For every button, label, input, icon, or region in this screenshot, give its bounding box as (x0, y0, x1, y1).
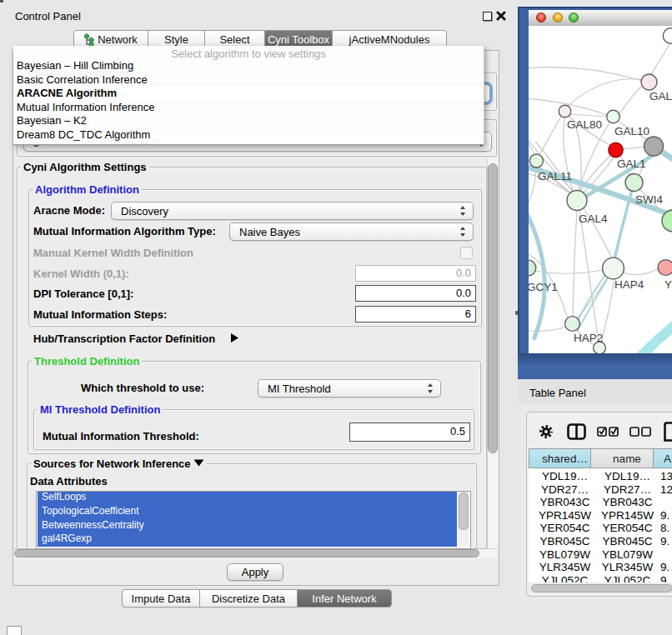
svg-text:GAL10: GAL10 (614, 125, 649, 138)
svg-text:GAL80: GAL80 (567, 118, 602, 131)
svg-text:GAL: GAL (649, 90, 672, 102)
svg-text:GAL1: GAL1 (617, 158, 646, 170)
svg-text:HAP2: HAP2 (574, 332, 603, 344)
svg-text:Y: Y (664, 278, 672, 291)
svg-text:SWI4: SWI4 (635, 193, 663, 206)
svg-text:GAL11: GAL11 (538, 170, 572, 182)
svg-text:GCY1: GCY1 (529, 281, 558, 293)
svg-text:HAP4: HAP4 (614, 278, 644, 291)
svg-text:GAL4: GAL4 (579, 212, 608, 225)
